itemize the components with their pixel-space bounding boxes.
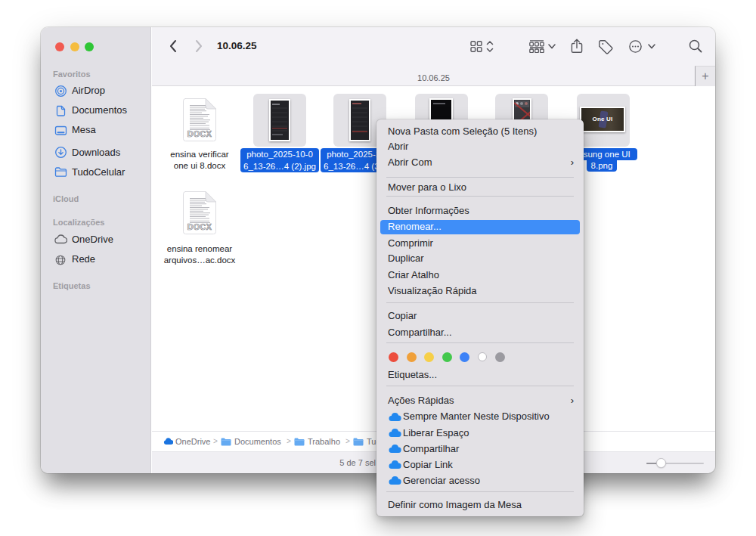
svg-text:DOCX: DOCX	[187, 222, 212, 231]
svg-text:DOCX: DOCX	[187, 129, 212, 138]
